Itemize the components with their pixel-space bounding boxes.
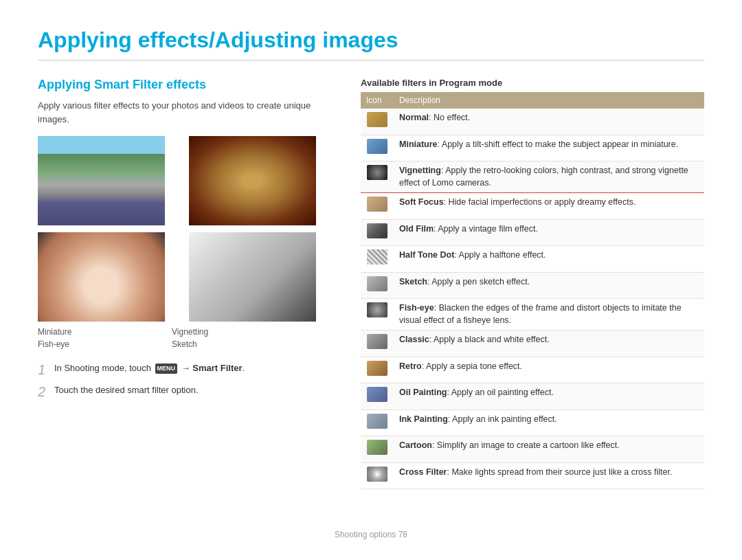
filter-icon-cell	[361, 436, 394, 463]
filter-description: : Apply the retro-looking colors, high c…	[399, 166, 688, 188]
filter-name: Vignetting	[399, 166, 441, 175]
filter-description: : Apply an ink painting effect.	[448, 414, 557, 424]
filter-name: Oil Painting	[399, 388, 447, 397]
filter-desc-cell: Ink Painting: Apply an ink painting effe…	[394, 410, 704, 436]
filter-description: : Apply a black and white effect.	[429, 335, 550, 344]
table-title: Available filters in Program mode	[361, 78, 704, 88]
label-vignetting: Vignetting	[172, 327, 299, 337]
table-row: Soft Focus: Hide facial imperfections or…	[361, 193, 704, 220]
image-labels-row-2: Fish-eye Sketch	[38, 339, 333, 349]
table-row: Retro: Apply a sepia tone effect.	[361, 357, 704, 383]
right-column: Available filters in Program mode Icon D…	[361, 78, 704, 517]
filter-description: : Hide facial imperfections or apply dre…	[444, 197, 636, 207]
filter-name: Cross Filter	[399, 467, 447, 477]
filter-icon-cell	[361, 109, 394, 135]
filter-desc-cell: Fish-eye: Blacken the edges of the frame…	[394, 299, 704, 331]
filter-description: : Apply a halftone effect.	[454, 250, 546, 260]
step-number-1: 1	[38, 361, 49, 378]
filter-icon-soft-focus	[367, 197, 387, 212]
filter-desc-cell: Miniature: Apply a tilt-shift effect to …	[394, 135, 704, 161]
table-row: Normal: No effect.	[361, 109, 704, 135]
filter-desc-cell: Classic: Apply a black and white effect.	[394, 331, 704, 357]
table-row: Cartoon: Simplify an image to create a c…	[361, 436, 704, 463]
filter-description: : Apply a sepia tone effect.	[422, 361, 522, 371]
filter-icon-sketch	[367, 276, 387, 291]
page: Applying effects/Adjusting images Applyi…	[0, 0, 742, 560]
filter-name: Miniature	[399, 139, 438, 149]
filter-icon-ink-painting	[367, 414, 387, 429]
filter-name: Cartoon	[399, 440, 432, 450]
filter-name: Classic	[399, 335, 429, 344]
filter-description: : Apply an oil painting effect.	[447, 388, 553, 397]
filter-icon-vignetting	[367, 165, 387, 180]
filter-description: : No effect.	[429, 113, 470, 122]
filter-desc-cell: Normal: No effect.	[394, 109, 704, 135]
table-row: Old Film: Apply a vintage film effect.	[361, 219, 704, 246]
filter-table-body: Normal: No effect.Miniature: Apply a til…	[361, 109, 704, 489]
filter-name: Sketch	[399, 277, 427, 287]
label-fisheye: Fish-eye	[38, 339, 165, 349]
page-title: Applying effects/Adjusting images	[38, 27, 704, 60]
filter-icon-classic	[367, 334, 387, 349]
page-footer: Shooting options 78	[38, 523, 704, 539]
label-sketch: Sketch	[172, 339, 299, 349]
image-labels-row: Miniature Vignetting	[38, 327, 333, 337]
filter-icon-fish-eye	[367, 302, 387, 317]
table-row: Vignetting: Apply the retro-looking colo…	[361, 161, 704, 193]
col-header-icon: Icon	[361, 92, 394, 109]
filter-icon-cell	[361, 462, 394, 489]
section-title: Applying Smart Filter effects	[38, 78, 333, 92]
filter-description: : Apply a pen sketch effect.	[427, 277, 530, 287]
left-column: Applying Smart Filter effects Apply vari…	[38, 78, 333, 517]
filter-icon-cell	[361, 193, 394, 220]
filter-desc-cell: Old Film: Apply a vintage film effect.	[394, 219, 704, 246]
filter-name: Normal	[399, 113, 429, 122]
col-header-desc: Description	[394, 92, 704, 109]
filter-name: Old Film	[399, 224, 434, 234]
filter-name: Soft Focus	[399, 197, 444, 207]
filter-desc-cell: Cross Filter: Make lights spread from th…	[394, 462, 704, 489]
filter-icon-cell	[361, 357, 394, 383]
filter-desc-cell: Sketch: Apply a pen sketch effect.	[394, 272, 704, 299]
filter-desc-cell: Oil Painting: Apply an oil painting effe…	[394, 383, 704, 410]
table-row: Miniature: Apply a tilt-shift effect to …	[361, 135, 704, 161]
filter-name: Fish-eye	[399, 303, 434, 313]
table-row: Sketch: Apply a pen sketch effect.	[361, 272, 704, 299]
filter-icon-cell	[361, 383, 394, 410]
sample-images-grid	[38, 136, 333, 322]
filter-icon-cross-filter	[367, 467, 387, 482]
content-area: Applying Smart Filter effects Apply vari…	[38, 78, 704, 517]
filter-icon-cell	[361, 135, 394, 161]
smart-filter-label: Smart Filter	[192, 363, 242, 373]
filter-icon-cell	[361, 161, 394, 193]
filter-desc-cell: Retro: Apply a sepia tone effect.	[394, 357, 704, 383]
table-header: Icon Description	[361, 92, 704, 109]
filter-icon-cell	[361, 299, 394, 331]
filter-table: Icon Description Normal: No effect.Minia…	[361, 92, 704, 489]
filter-name: Retro	[399, 361, 422, 371]
table-row: Cross Filter: Make lights spread from th…	[361, 462, 704, 489]
sample-image-sketch	[189, 232, 316, 322]
step-1: 1 In Shooting mode, touch MENU → Smart F…	[38, 361, 333, 378]
filter-icon-cell	[361, 331, 394, 357]
table-row: Classic: Apply a black and white effect.	[361, 331, 704, 357]
sample-image-vignetting	[189, 136, 316, 225]
filter-desc-cell: Cartoon: Simplify an image to create a c…	[394, 436, 704, 463]
sample-image-fisheye	[38, 232, 165, 322]
filter-desc-cell: Vignetting: Apply the retro-looking colo…	[394, 161, 704, 193]
filter-icon-cartoon	[367, 440, 387, 455]
step-1-text: In Shooting mode, touch MENU → Smart Fil…	[54, 361, 333, 375]
menu-icon: MENU	[155, 363, 178, 374]
filter-icon-cell	[361, 272, 394, 299]
filter-description: : Simplify an image to create a cartoon …	[432, 440, 620, 450]
section-description: Apply various filter effects to your pho…	[38, 99, 333, 126]
filter-icon-oil-painting	[367, 387, 387, 402]
filter-description: : Apply a tilt-shift effect to make the …	[438, 139, 679, 149]
label-miniature: Miniature	[38, 327, 165, 337]
filter-icon-old-film	[367, 223, 387, 238]
step-2-text: Touch the desired smart filter option.	[54, 383, 333, 397]
table-row: Fish-eye: Blacken the edges of the frame…	[361, 299, 704, 331]
filter-icon-cell	[361, 410, 394, 436]
steps-section: 1 In Shooting mode, touch MENU → Smart F…	[38, 361, 333, 400]
table-row: Half Tone Dot: Apply a halftone effect.	[361, 246, 704, 273]
